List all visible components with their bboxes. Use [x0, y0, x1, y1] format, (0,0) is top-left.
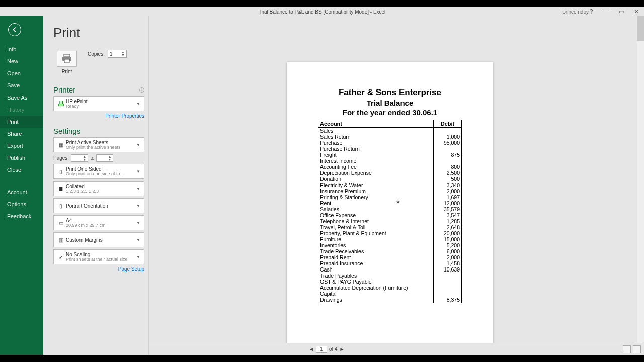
chevron-down-icon: ▼: [135, 102, 142, 106]
doc-period: For the year ended 30.06.1: [295, 108, 485, 117]
orientation-select[interactable]: ▯ Portrait Orientation ▼: [53, 198, 144, 213]
table-row: Accumulated Depreciation (Furniture): [318, 285, 462, 291]
zoom-to-page-button[interactable]: [633, 345, 641, 353]
info-icon[interactable]: i: [139, 87, 144, 93]
sidebar-item-publish[interactable]: Publish: [0, 152, 43, 164]
prev-page-button[interactable]: ◄: [309, 346, 314, 352]
table-row: Depreciation Expense2,500: [318, 170, 462, 176]
sidebar-item-export[interactable]: Export: [0, 140, 43, 152]
table-row: Prepaid Rent2,000: [318, 254, 462, 260]
sidebar-item-options[interactable]: Options: [0, 198, 43, 210]
pages-to-input[interactable]: ▲▼: [96, 154, 113, 162]
sidebar-item-open[interactable]: Open: [0, 67, 43, 79]
sidebar-item-save[interactable]: Save: [0, 79, 43, 92]
margins-select[interactable]: ▥ Custom Margins ▼: [53, 232, 144, 247]
table-row: Inventories5,200: [318, 242, 462, 248]
table-row: Cash10,639: [318, 266, 462, 273]
page-title: Print: [53, 25, 144, 41]
print-button[interactable]: Print: [53, 48, 80, 77]
svg-rect-0: [64, 54, 70, 57]
minimize-button[interactable]: —: [599, 7, 614, 16]
svg-rect-2: [64, 59, 69, 63]
table-row: Electricity & Water3,340: [318, 182, 462, 188]
next-page-button[interactable]: ►: [340, 346, 345, 352]
table-row: Telephone & Internet1,285: [318, 218, 462, 224]
table-row: Furniture15,000: [318, 236, 462, 242]
doc-company: Father & Sons Enterprise: [295, 87, 485, 98]
copies-stepper[interactable]: 1 ▲▼: [108, 50, 127, 58]
table-row: Rent12,000: [318, 200, 462, 206]
page-setup-link[interactable]: Page Setup: [53, 266, 144, 272]
pages-from-input[interactable]: ▲▼: [71, 154, 88, 162]
copies-label: Copies:: [88, 51, 105, 57]
printer-select[interactable]: 🖶 HP ePrintReady ▼: [53, 96, 144, 111]
window-title: Trial Balance to P&L and BS [Compatibili…: [259, 9, 386, 15]
col-debit: Debit: [434, 120, 462, 128]
table-row: Office Expense3,547: [318, 212, 462, 218]
maximize-button[interactable]: ▭: [614, 7, 629, 16]
table-row: Insurance Premium2,000: [318, 188, 462, 194]
page-icon: ▯: [56, 169, 66, 174]
trial-balance-table: Account Debit SalesSales Return1,000Purc…: [318, 120, 462, 303]
scrollbar[interactable]: [637, 16, 644, 343]
help-icon[interactable]: ?: [584, 7, 599, 16]
doc-title: Trial Balance: [295, 99, 485, 107]
pages-label: Pages:: [53, 155, 69, 161]
table-row: Travel, Petrol & Toll2,648: [318, 224, 462, 230]
sidebar-item-share[interactable]: Share: [0, 128, 43, 140]
table-row: GST & PAYG Payable: [318, 279, 462, 285]
paper-icon: ▭: [56, 220, 66, 226]
table-row: Freight875: [318, 152, 462, 158]
table-row: Sales Return1,000: [318, 134, 462, 140]
table-row: Interest Income: [318, 158, 462, 164]
print-scope-select[interactable]: ▦ Print Active SheetsOnly print the acti…: [53, 137, 144, 152]
backstage-sidebar: InfoNewOpenSaveSave AsHistoryPrintShareE…: [0, 16, 43, 355]
sidebar-item-history: History: [0, 104, 43, 116]
sidebar-item-account[interactable]: Account: [0, 186, 43, 198]
collate-icon: ≣: [56, 186, 66, 192]
print-settings-panel: Print Print Copies: 1 ▲▼: [43, 16, 149, 355]
table-row: Purchase95,000: [318, 140, 462, 146]
sidebar-item-info[interactable]: Info: [0, 43, 43, 55]
table-row: Trade Payables: [318, 273, 462, 279]
table-row: Drawings8,375: [318, 297, 462, 303]
cursor-icon: ⌖: [396, 198, 400, 205]
table-row: Trade Receivables6,000: [318, 248, 462, 254]
sidebar-item-save-as[interactable]: Save As: [0, 92, 43, 104]
scaling-select[interactable]: ⤢ No ScalingPrint sheets at their actual…: [53, 249, 144, 264]
table-row: Prepaid Insurance1,458: [318, 260, 462, 266]
sheets-icon: ▦: [56, 142, 66, 148]
show-margins-button[interactable]: [623, 345, 631, 353]
sides-select[interactable]: ▯ Print One SidedOnly print on one side …: [53, 164, 144, 179]
sidebar-item-feedback[interactable]: Feedback: [0, 210, 43, 222]
title-bar: Trial Balance to P&L and BS [Compatibili…: [0, 7, 644, 16]
table-row: Capital: [318, 291, 462, 297]
table-row: Accounting Fee800: [318, 164, 462, 170]
portrait-icon: ▯: [56, 203, 66, 209]
page-number-input[interactable]: 1: [316, 346, 327, 353]
paper-size-select[interactable]: ▭ A420.99 cm x 29.7 cm ▼: [53, 215, 144, 230]
close-button[interactable]: ✕: [629, 7, 644, 16]
page-total: of 4: [329, 346, 338, 352]
table-row: Purchase Return: [318, 146, 462, 152]
table-row: Printing & Stationery1,697: [318, 194, 462, 200]
margins-icon: ▥: [56, 237, 66, 243]
sidebar-item-print[interactable]: Print: [0, 116, 43, 128]
printer-section: Printer: [53, 85, 75, 94]
printer-icon: [57, 51, 77, 67]
sidebar-item-close[interactable]: Close: [0, 164, 43, 176]
preview-page: Father & Sons Enterprise Trial Balance F…: [287, 62, 493, 349]
col-account: Account: [318, 120, 434, 128]
scaling-icon: ⤢: [56, 254, 66, 260]
table-row: Donation500: [318, 176, 462, 182]
table-row: Property, Plant & Equipment20,000: [318, 230, 462, 236]
collate-select[interactable]: ≣ Collated1,2,3 1,2,3 1,2,3 ▼: [53, 181, 144, 196]
table-row: Sales: [318, 128, 462, 134]
back-button[interactable]: [8, 23, 21, 36]
sidebar-item-new[interactable]: New: [0, 55, 43, 67]
table-row: Salaries35,579: [318, 206, 462, 212]
print-preview: Father & Sons Enterprise Trial Balance F…: [149, 16, 644, 355]
printer-properties-link[interactable]: Printer Properties: [53, 113, 144, 119]
printer-ready-icon: 🖶: [56, 100, 66, 108]
settings-section: Settings: [53, 127, 80, 135]
